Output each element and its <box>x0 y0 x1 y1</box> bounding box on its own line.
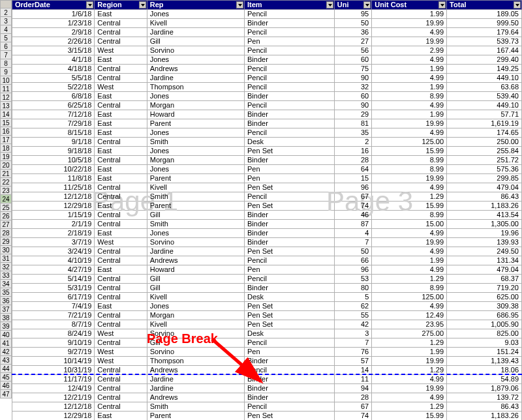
table-row[interactable]: 7/29/18EastParentBinder8119.991,619.19 <box>12 119 522 128</box>
cell[interactable]: 95 <box>334 10 371 19</box>
cell[interactable]: Pencil <box>245 402 335 412</box>
table-row[interactable]: 8/7/19CentralKivellPen Set4223.951,005.9… <box>12 320 522 329</box>
cell[interactable]: 174.65 <box>447 128 522 138</box>
cell[interactable]: 449.10 <box>447 101 522 110</box>
cell[interactable]: Kivell <box>147 183 244 192</box>
cell[interactable]: Desk <box>245 138 335 147</box>
cell[interactable]: 12/29/18 <box>12 202 95 211</box>
cell[interactable]: Jones <box>147 128 244 138</box>
cell[interactable]: 1.29 <box>372 192 447 202</box>
cell[interactable]: East <box>95 119 147 128</box>
table-row[interactable]: 2/26/18CentralGillPen2719.99539.73 <box>12 37 522 46</box>
cell[interactable]: 255.84 <box>447 147 522 156</box>
table-row[interactable]: 10/22/18EastJonesPen648.99575.36 <box>12 165 522 174</box>
row-number[interactable]: 45 <box>0 373 12 382</box>
table-row[interactable]: 11/8/18EastParentPen1519.99299.85 <box>12 174 522 183</box>
cell[interactable]: East <box>95 412 147 421</box>
cell[interactable]: 4/1/18 <box>12 55 95 65</box>
cell[interactable]: 8.99 <box>372 165 447 174</box>
cell[interactable]: 11 <box>334 375 371 384</box>
table-row[interactable]: 10/5/18CentralMorganBinder288.99251.72 <box>12 156 522 165</box>
cell[interactable]: Pen Set <box>245 247 335 256</box>
cell[interactable]: Kivell <box>147 293 244 302</box>
row-number[interactable]: 28 <box>0 229 12 237</box>
cell[interactable]: Pencil <box>245 28 335 37</box>
cell[interactable]: 4.99 <box>372 265 447 275</box>
row-number[interactable]: 11 <box>0 85 12 93</box>
cell[interactable]: Morgan <box>147 156 244 165</box>
cell[interactable]: East <box>95 55 147 65</box>
cell[interactable]: 53 <box>334 275 371 284</box>
cell[interactable]: 12/21/19 <box>12 393 95 402</box>
cell[interactable]: Jones <box>147 55 244 65</box>
cell[interactable]: 3/24/19 <box>12 247 95 256</box>
cell[interactable]: Binder <box>245 55 335 65</box>
cell[interactable]: Central <box>95 393 147 402</box>
cell[interactable]: Central <box>95 37 147 46</box>
cell[interactable]: East <box>95 110 147 119</box>
cell[interactable]: 1/15/19 <box>12 211 95 220</box>
cell[interactable]: 96 <box>334 183 371 192</box>
cell[interactable]: Central <box>95 384 147 393</box>
row-number[interactable]: 7 <box>0 51 12 59</box>
cell[interactable]: 74 <box>334 202 371 211</box>
cell[interactable]: East <box>95 10 147 19</box>
cell[interactable]: 179.64 <box>447 28 522 37</box>
table-row[interactable]: 4/1/18EastJonesBinder604.99299.40 <box>12 55 522 65</box>
cell[interactable]: Pen <box>245 265 335 275</box>
cell[interactable]: 5 <box>334 293 371 302</box>
cell[interactable]: 60 <box>334 92 371 101</box>
cell[interactable]: Pencil <box>245 275 335 284</box>
cell[interactable]: 86.43 <box>447 192 522 202</box>
cell[interactable]: 575.36 <box>447 165 522 174</box>
cell[interactable]: Smith <box>147 220 244 229</box>
filter-dropdown-icon[interactable] <box>86 1 93 8</box>
cell[interactable]: East <box>95 302 147 311</box>
cell[interactable]: 5/31/19 <box>12 284 95 293</box>
cell[interactable]: Pencil <box>245 74 335 83</box>
cell[interactable]: Sorvino <box>147 46 244 55</box>
cell[interactable]: 4.99 <box>372 28 447 37</box>
cell[interactable]: 4/18/18 <box>12 65 95 74</box>
cell[interactable]: Central <box>95 28 147 37</box>
cell[interactable]: Desk <box>245 293 335 302</box>
cell[interactable]: Central <box>95 220 147 229</box>
row-number[interactable]: 25 <box>0 203 12 212</box>
cell[interactable]: Howard <box>147 265 244 275</box>
col-header-orderdate[interactable]: OrderDate <box>12 1 95 10</box>
row-number[interactable]: 5 <box>0 34 12 42</box>
table-row[interactable]: 12/29/18EastParentPen Set7415.991,183.26 <box>12 202 522 211</box>
cell[interactable]: 12.49 <box>372 311 447 320</box>
cell[interactable]: Central <box>95 19 147 28</box>
cell[interactable]: Thompson <box>147 83 244 92</box>
cell[interactable]: 75 <box>334 65 371 74</box>
cell[interactable]: 6/8/18 <box>12 92 95 101</box>
cell[interactable]: 9/1/18 <box>12 138 95 147</box>
cell[interactable]: Parent <box>147 174 244 183</box>
cell[interactable]: 449.10 <box>447 74 522 83</box>
table-row[interactable]: 7/12/18EastHowardBinder291.9957.71 <box>12 110 522 119</box>
cell[interactable]: 19.99 <box>372 119 447 128</box>
cell[interactable]: West <box>95 83 147 92</box>
filter-dropdown-icon[interactable] <box>438 1 446 8</box>
cell[interactable]: 309.38 <box>447 302 522 311</box>
cell[interactable]: 7/29/18 <box>12 119 95 128</box>
cell[interactable]: 68.37 <box>447 275 522 284</box>
cell[interactable]: 249.50 <box>447 247 522 256</box>
cell[interactable]: 96 <box>334 265 371 275</box>
col-header-total[interactable]: Total <box>447 1 522 10</box>
cell[interactable]: 1,879.06 <box>447 384 522 393</box>
row-number[interactable]: 12 <box>0 93 12 102</box>
cell[interactable]: Jardine <box>147 28 244 37</box>
cell[interactable]: 5/22/18 <box>12 83 95 92</box>
cell[interactable]: East <box>95 128 147 138</box>
cell[interactable]: 825.00 <box>447 329 522 338</box>
row-number[interactable]: 29 <box>0 237 12 246</box>
cell[interactable]: 686.95 <box>447 311 522 320</box>
cell[interactable]: Parent <box>147 202 244 211</box>
cell[interactable]: Kivell <box>147 19 244 28</box>
cell[interactable]: Pen <box>245 165 335 174</box>
row-number[interactable]: 10 <box>0 76 12 85</box>
table-row[interactable]: 1/6/18EastJonesPencil951.99189.05 <box>12 10 522 19</box>
cell[interactable]: 131.34 <box>447 256 522 265</box>
